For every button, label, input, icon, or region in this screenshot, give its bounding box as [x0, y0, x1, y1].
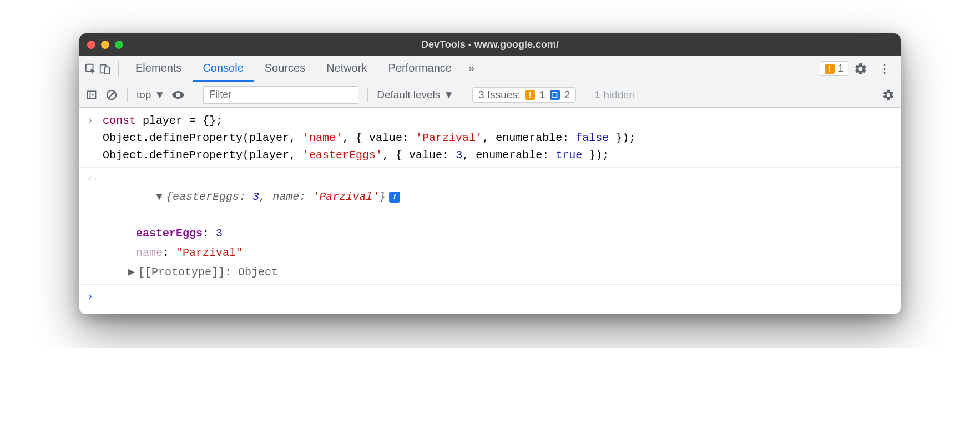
info-icon: ❑	[550, 90, 560, 100]
prototype-value: Object	[238, 266, 278, 279]
object-property-row: easterEggs: 3	[79, 224, 901, 243]
collapse-triangle-icon[interactable]: ▼	[156, 188, 163, 205]
warning-icon: !	[525, 90, 535, 100]
more-options-icon[interactable]: ⋮	[873, 62, 896, 76]
console-code: const player = {}; Object.defineProperty…	[103, 112, 635, 164]
separator	[118, 61, 119, 77]
inspect-element-icon[interactable]	[84, 62, 97, 75]
issues-info-count: 2	[564, 89, 570, 101]
live-expression-eye-icon[interactable]	[171, 88, 185, 102]
output-indicator-icon: <·	[87, 171, 103, 223]
levels-label: Default levels	[377, 89, 440, 101]
tabs-overflow-button[interactable]: »	[463, 56, 480, 82]
property-value: "Parzival"	[176, 246, 243, 259]
context-label: top	[137, 89, 151, 101]
chevron-down-icon: ▼	[443, 89, 454, 101]
issues-warn-count: 1	[539, 89, 545, 101]
property-key: easterEggs	[136, 227, 203, 240]
object-property-row: name: "Parzival"	[79, 243, 901, 263]
console-result-block: <· ▼{easterEggs: 3, name: 'Parzival'}i	[79, 170, 901, 224]
console-input-block: › const player = {}; Object.defineProper…	[79, 111, 901, 165]
property-value: 3	[216, 227, 223, 240]
tab-console[interactable]: Console	[193, 56, 253, 82]
prompt-chevron-icon: ›	[87, 288, 103, 305]
hidden-messages-label[interactable]: 1 hidden	[594, 89, 635, 101]
result-preview-line[interactable]: ▼{easterEggs: 3, name: 'Parzival'}i	[103, 171, 400, 223]
maximize-window-button[interactable]	[115, 41, 123, 49]
svg-rect-2	[104, 67, 109, 74]
issues-counter[interactable]: 3 Issues: ! 1 ❑ 2	[472, 87, 576, 103]
window-titlebar: DevTools - www.google.com/	[79, 33, 901, 56]
console-toolbar: top ▼ Default levels ▼ 3 Issues: ! 1 ❑ 2…	[79, 82, 901, 108]
execution-context-selector[interactable]: top ▼	[137, 89, 165, 101]
console-warnings-badge[interactable]: ! 1	[820, 61, 848, 76]
svg-line-5	[109, 92, 115, 98]
window-title: DevTools - www.google.com/	[79, 39, 901, 51]
toggle-sidebar-icon[interactable]	[85, 88, 98, 102]
console-settings-gear-icon[interactable]	[882, 88, 895, 102]
console-output: › const player = {}; Object.defineProper…	[79, 108, 901, 314]
tab-network[interactable]: Network	[316, 56, 377, 82]
device-toolbar-icon[interactable]	[98, 62, 112, 75]
issues-label: 3 Issues:	[478, 89, 521, 101]
filter-input[interactable]	[203, 86, 358, 104]
tab-sources[interactable]: Sources	[255, 56, 315, 82]
expand-triangle-icon[interactable]: ▶	[128, 264, 135, 281]
info-badge-icon[interactable]: i	[389, 192, 400, 203]
minimize-window-button[interactable]	[101, 41, 109, 49]
svg-rect-3	[88, 91, 96, 98]
tab-elements[interactable]: Elements	[125, 56, 191, 82]
console-prompt[interactable]: ›	[79, 287, 901, 306]
warning-icon: !	[825, 64, 835, 74]
property-key: name	[136, 246, 163, 259]
devtools-tabbar: Elements Console Sources Network Perform…	[79, 56, 901, 82]
clear-console-icon[interactable]	[105, 88, 118, 102]
chevron-down-icon: ▼	[154, 89, 165, 101]
log-levels-selector[interactable]: Default levels ▼	[377, 89, 454, 101]
settings-gear-icon[interactable]	[854, 62, 867, 75]
tab-performance[interactable]: Performance	[378, 56, 462, 82]
close-window-button[interactable]	[87, 41, 95, 49]
warning-count: 1	[838, 63, 843, 74]
devtools-window: DevTools - www.google.com/ Elements Cons…	[79, 33, 901, 314]
prototype-row[interactable]: ▶[[Prototype]]: Object	[79, 263, 901, 282]
window-controls	[87, 41, 123, 49]
prototype-label: [[Prototype]]	[138, 266, 225, 279]
input-prompt-icon: ›	[87, 112, 103, 164]
